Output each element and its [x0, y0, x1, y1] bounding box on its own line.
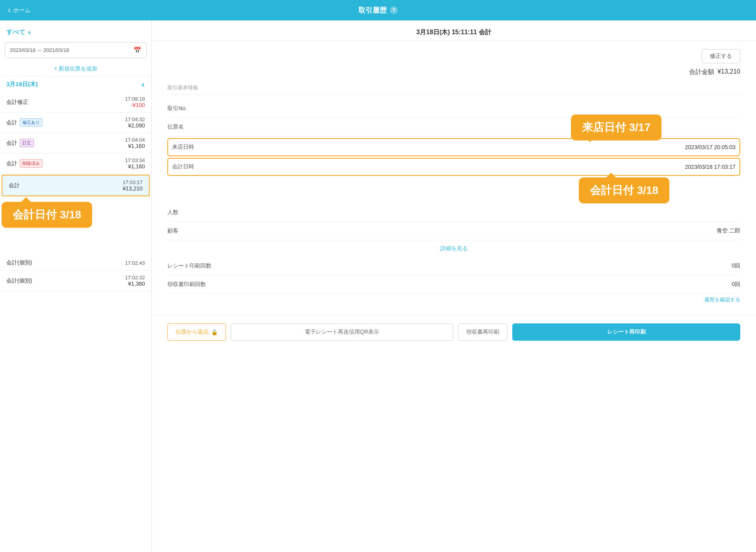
back-label: ホーム: [13, 7, 31, 14]
field-customer: 顧客 青空 二郎: [167, 222, 740, 240]
reprint-button[interactable]: レシート再印刷: [512, 323, 740, 341]
main-layout: すべて ∨ 2023/03/18 ～ 2021/03/18 📅 + 新規伝票を追…: [0, 20, 756, 552]
field-visit-datetime: 来店日時 2023/03/17 20:05:03: [167, 138, 740, 156]
transaction-item-selected[interactable]: 会計 17:03:17 ¥13,210: [2, 175, 150, 196]
correction-badge: 修正あり: [20, 118, 43, 127]
transaction-item[interactable]: 会計 削除済み 17:03:34 ¥1,160: [0, 153, 151, 174]
calendar-icon: 📅: [133, 46, 141, 54]
tx-amount: ¥1,160: [125, 143, 145, 149]
tx-time: 17:08:19: [125, 96, 145, 102]
tx-name: 会計(個別): [6, 277, 32, 284]
checkout-date-callout: 会計日付 3/18: [579, 177, 669, 203]
tx-time: 17:03:34: [125, 157, 145, 163]
tx-time: 17:03:17: [122, 179, 143, 185]
receipt-reprint-button[interactable]: 領収書再印刷: [458, 323, 508, 341]
tx-time: 17:04:04: [125, 137, 145, 143]
add-invoice-button[interactable]: + 新規伝票を追加: [0, 61, 151, 76]
back-button[interactable]: ホーム: [8, 6, 31, 15]
filter-label: すべて: [6, 28, 25, 37]
date-range-input[interactable]: 2023/03/18 ～ 2021/03/18 📅: [5, 42, 146, 58]
tx-name: 会計 削除済み: [6, 159, 43, 168]
tx-amount: -¥100: [125, 102, 145, 108]
transaction-item[interactable]: 会計 訂正 17:04:04 ¥1,160: [0, 133, 151, 153]
fix-badge: 訂正: [20, 139, 34, 147]
qr-display-button[interactable]: 電子レシート再送信用QR表示: [231, 323, 453, 341]
deleted-badge: 削除済み: [20, 159, 43, 168]
total-label: 合計金額: [689, 68, 714, 76]
section-label: 取引基本情報: [167, 84, 740, 95]
tx-name: 会計修正: [6, 99, 28, 106]
tx-name: 会計 訂正: [6, 139, 34, 147]
tx-amount: ¥1,360: [125, 281, 145, 287]
lock-icon: 🔒: [211, 329, 218, 335]
visit-date-callout: 来店日付 3/17: [571, 114, 662, 140]
detail-link[interactable]: 詳細を見る: [167, 240, 740, 257]
header: ホーム 取引履歴 ?: [0, 0, 756, 20]
date-group-header[interactable]: 3月18日(木): [0, 76, 151, 92]
header-title: 取引履歴 ?: [358, 6, 398, 15]
tx-time: 17:02:32: [125, 275, 145, 281]
tx-time: 17:04:32: [125, 116, 145, 122]
history-link[interactable]: 履歴を確認する: [167, 294, 740, 307]
content-area: 3月18日(木) 15:11:11 会計 修正する 合計金額 ¥13,210 取…: [152, 20, 756, 552]
sidebar-callout: 会計日付 3/18: [2, 202, 92, 228]
tx-amount: ¥2,090: [125, 122, 145, 129]
tx-name: 会計 修正あり: [6, 118, 43, 127]
field-receipt-print-count: レシート印刷回数 0回: [167, 257, 740, 275]
action-row: 修正する: [167, 49, 740, 63]
help-icon[interactable]: ?: [390, 6, 398, 14]
content-inner: 修正する 合計金額 ¥13,210 取引基本情報 取引No. 伝票名: [152, 41, 756, 315]
transaction-item[interactable]: 会計修正 17:08:19 -¥100: [0, 92, 151, 113]
tx-name: 会計: [9, 182, 20, 189]
total-amount: ¥13,210: [717, 68, 740, 76]
total-row: 合計金額 ¥13,210: [167, 68, 740, 76]
tx-name: 会計(個別): [6, 259, 32, 266]
transaction-item[interactable]: 会計(個別) 17:02:43: [0, 255, 151, 271]
bottom-actions: 伝票から返品 🔒 電子レシート再送信用QR表示 領収書再印刷 レシート再印刷: [152, 315, 756, 349]
transaction-item[interactable]: 会計(個別) 17:02:32 ¥1,360: [0, 271, 151, 291]
chevron-down-icon: ∨: [28, 30, 31, 35]
transaction-item[interactable]: 会計 修正あり 17:04:32 ¥2,090: [0, 113, 151, 133]
modify-button[interactable]: 修正する: [702, 49, 740, 63]
sidebar: すべて ∨ 2023/03/18 ～ 2021/03/18 📅 + 新規伝票を追…: [0, 20, 152, 552]
field-invoice-print-count: 領収書印刷回数 0回: [167, 275, 740, 294]
field-guests: 人数: [167, 203, 740, 222]
tx-amount: ¥13,210: [122, 185, 143, 192]
date-range-value: 2023/03/18 ～ 2021/03/18: [10, 47, 69, 54]
chevron-up-icon: [141, 81, 145, 88]
filter-dropdown[interactable]: すべて ∨: [0, 25, 151, 40]
tx-amount: ¥1,160: [125, 163, 145, 170]
content-title: 3月18日(木) 15:11:11 会計: [152, 20, 756, 41]
tx-time: 17:02:43: [125, 260, 145, 266]
return-from-voucher-button[interactable]: 伝票から返品 🔒: [167, 323, 226, 341]
date-group-label: 3月18日(木): [6, 81, 38, 88]
